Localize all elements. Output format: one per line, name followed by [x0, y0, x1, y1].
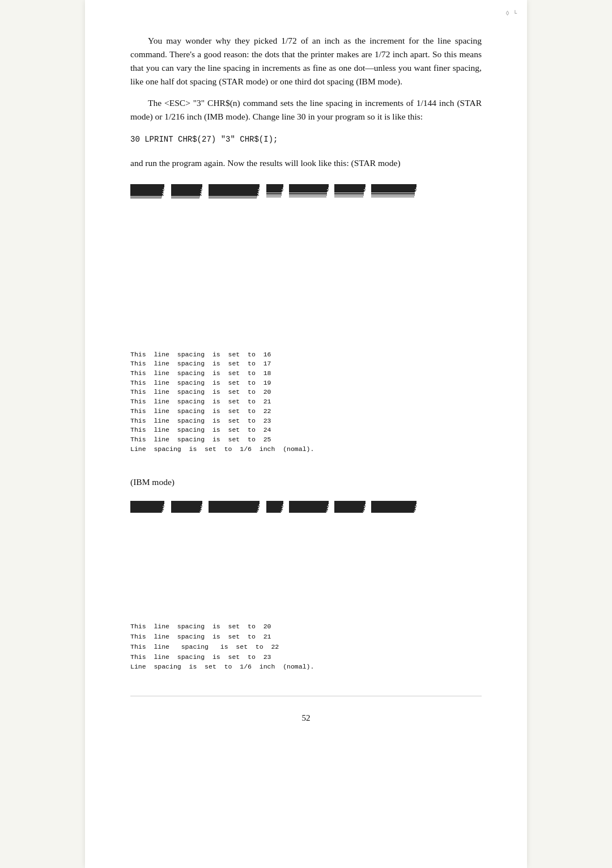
svg-rect-16 — [130, 194, 163, 194]
svg-rect-217 — [289, 505, 329, 506]
svg-rect-77 — [266, 191, 283, 192]
svg-rect-9 — [130, 190, 164, 190]
svg-rect-146 — [130, 510, 163, 511]
page-corner: ◊ └ — [505, 10, 517, 18]
svg-rect-189 — [209, 512, 257, 513]
svg-rect-214 — [289, 504, 329, 504]
svg-rect-53 — [209, 190, 260, 190]
svg-rect-169 — [171, 512, 200, 513]
svg-rect-167 — [171, 511, 201, 512]
svg-rect-123 — [371, 190, 416, 190]
svg-rect-226 — [289, 510, 328, 511]
paragraph-2: The <ESC> "3" CHR$(n) command sets the l… — [130, 96, 482, 124]
svg-rect-73 — [266, 189, 283, 189]
svg-rect-110 — [334, 192, 364, 193]
svg-rect-107 — [334, 190, 366, 190]
svg-rect-13 — [130, 192, 163, 193]
svg-rect-113 — [334, 197, 363, 197]
svg-rect-31 — [171, 190, 202, 190]
svg-rect-57 — [209, 192, 258, 193]
svg-rect-42 — [171, 197, 200, 197]
svg-rect-204 — [266, 509, 283, 510]
svg-rect-184 — [209, 509, 259, 510]
svg-rect-139 — [130, 507, 164, 507]
svg-rect-126 — [371, 192, 415, 193]
svg-rect-241 — [334, 508, 365, 508]
svg-rect-102 — [334, 187, 366, 188]
svg-rect-81 — [266, 197, 281, 197]
svg-rect-51 — [209, 189, 260, 189]
svg-rect-177 — [209, 505, 260, 506]
svg-rect-125 — [371, 191, 416, 192]
paragraph-3: and run the program again. Now the resul… — [130, 156, 482, 170]
ibm-mode-matrix: This line spacing is set to 20 This line… — [130, 495, 482, 684]
svg-rect-35 — [171, 192, 201, 193]
svg-rect-58 — [209, 193, 259, 193]
svg-rect-134 — [130, 504, 164, 504]
svg-rect-267 — [371, 511, 415, 512]
svg-rect-244 — [334, 509, 365, 510]
svg-rect-48 — [209, 187, 260, 188]
page-divider — [130, 696, 482, 696]
svg-rect-78 — [266, 192, 282, 193]
svg-rect-149 — [130, 512, 162, 513]
svg-rect-40 — [171, 195, 202, 195]
svg-rect-20 — [130, 197, 162, 197]
svg-rect-33 — [171, 191, 202, 192]
svg-rect-187 — [209, 511, 258, 512]
svg-rect-209 — [266, 512, 281, 513]
svg-rect-239 — [334, 507, 366, 507]
svg-rect-70 — [266, 187, 283, 188]
svg-rect-105 — [334, 189, 366, 189]
svg-rect-18 — [130, 195, 164, 195]
svg-rect-159 — [171, 507, 202, 507]
svg-rect-4 — [130, 187, 164, 188]
svg-rect-137 — [130, 505, 164, 506]
svg-rect-223 — [289, 509, 328, 509]
svg-rect-203 — [266, 509, 282, 509]
svg-rect-269 — [371, 512, 414, 513]
svg-rect-80 — [266, 195, 282, 195]
svg-rect-62 — [209, 195, 259, 195]
svg-rect-147 — [130, 511, 163, 512]
svg-rect-63 — [209, 195, 257, 196]
svg-rect-161 — [171, 508, 202, 508]
star-mode-matrix: This line spacing is set to 16 This line… — [130, 178, 482, 466]
svg-rect-247 — [334, 511, 364, 512]
svg-rect-75 — [266, 190, 283, 190]
svg-rect-128 — [371, 195, 415, 195]
svg-rect-55 — [209, 191, 259, 192]
svg-rect-221 — [289, 508, 328, 508]
svg-rect-127 — [371, 193, 415, 194]
svg-rect-194 — [266, 504, 283, 504]
svg-rect-181 — [209, 508, 259, 508]
svg-rect-208 — [266, 512, 280, 512]
svg-rect-41 — [171, 195, 200, 196]
svg-rect-154 — [171, 504, 202, 504]
svg-rect-163 — [171, 509, 201, 509]
paragraph-1: You may wonder why they picked 1/72 of a… — [130, 34, 482, 88]
svg-rect-174 — [209, 504, 260, 504]
svg-rect-38 — [171, 194, 201, 194]
svg-rect-141 — [130, 508, 164, 508]
svg-rect-89 — [289, 189, 329, 189]
svg-rect-207 — [266, 511, 282, 512]
svg-rect-96 — [289, 195, 327, 195]
svg-rect-243 — [334, 509, 364, 509]
svg-rect-179 — [209, 507, 260, 507]
svg-rect-219 — [289, 507, 329, 507]
svg-rect-234 — [334, 504, 366, 504]
svg-rect-264 — [371, 509, 416, 510]
svg-rect-111 — [334, 193, 364, 194]
svg-rect-112 — [334, 195, 364, 195]
svg-rect-97 — [289, 197, 326, 197]
svg-rect-263 — [371, 509, 415, 509]
svg-rect-29 — [171, 189, 202, 189]
svg-rect-201 — [266, 508, 283, 508]
svg-rect-144 — [130, 509, 164, 510]
svg-rect-118 — [371, 187, 416, 188]
svg-rect-254 — [371, 504, 416, 504]
svg-rect-268 — [371, 512, 414, 512]
page-content: You may wonder why they picked 1/72 of a… — [130, 34, 482, 684]
page: ◊ └ You may wonder why they picked 1/72 … — [85, 0, 527, 868]
